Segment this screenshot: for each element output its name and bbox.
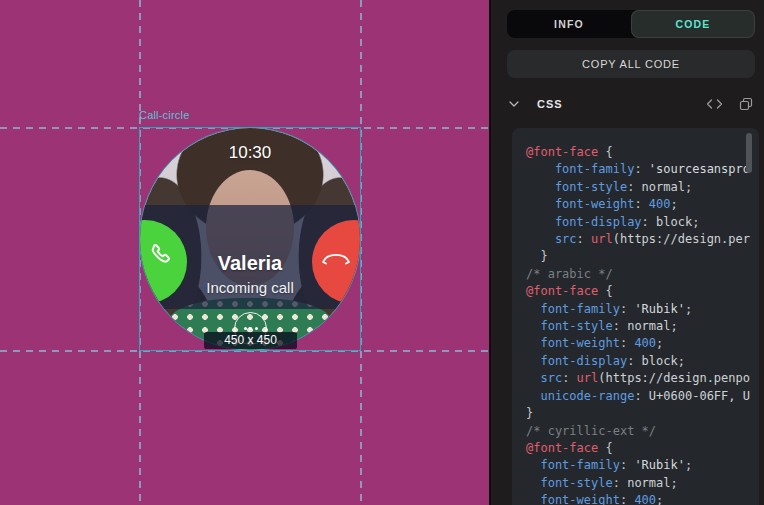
tab-code[interactable]: CODE bbox=[631, 10, 755, 38]
call-circle-frame[interactable]: 10:30 Valeria Incoming call bbox=[140, 128, 360, 350]
frame-name-label[interactable]: Call-circle bbox=[139, 109, 189, 121]
tab-info[interactable]: INFO bbox=[507, 10, 631, 38]
chevron-down-icon[interactable] bbox=[509, 101, 519, 107]
copy-code-icon[interactable] bbox=[739, 97, 753, 111]
code-scrollbar-thumb[interactable] bbox=[746, 133, 752, 173]
code-lines: @font-face { font-family: 'sourcesanspro… bbox=[526, 144, 759, 505]
call-status: Incoming call bbox=[140, 279, 360, 296]
design-canvas[interactable]: Call-circle 10:30 Valeria Incoming call bbox=[0, 0, 489, 505]
css-section-header[interactable]: CSS bbox=[507, 92, 755, 116]
inspect-panel: INFO CODE COPY ALL CODE CSS bbox=[489, 0, 764, 505]
copy-all-code-button[interactable]: COPY ALL CODE bbox=[507, 50, 755, 78]
css-section-actions bbox=[706, 97, 755, 111]
tab-code-label: CODE bbox=[675, 18, 710, 30]
panel-tab-bar: INFO CODE bbox=[507, 10, 755, 38]
view-code-icon[interactable] bbox=[706, 99, 723, 109]
code-block: @font-face { font-family: 'sourcesanspro… bbox=[512, 128, 759, 505]
app-window: Call-circle 10:30 Valeria Incoming call bbox=[0, 0, 764, 505]
caller-name: Valeria bbox=[140, 252, 360, 275]
tab-info-label: INFO bbox=[554, 18, 584, 30]
selection-size-badge: 450 x 450 bbox=[204, 332, 297, 349]
css-section-label: CSS bbox=[537, 98, 563, 110]
